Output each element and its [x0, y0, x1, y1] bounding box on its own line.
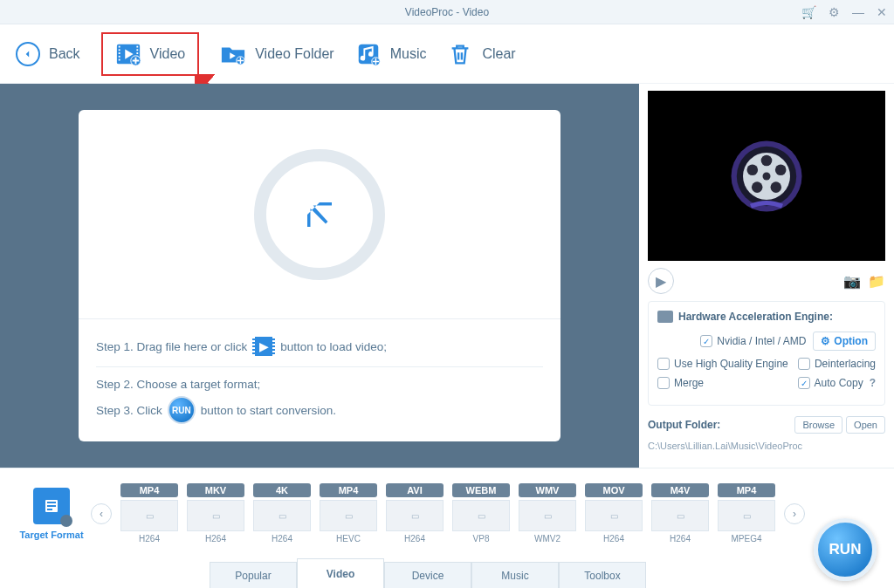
format-thumb: ▭ [320, 500, 377, 531]
format-thumb: ▭ [120, 500, 178, 531]
option-button[interactable]: ⚙Option [813, 332, 876, 351]
run-button[interactable]: RUN [814, 518, 877, 581]
preview-controls: ▶ 📷 📁 [648, 268, 885, 294]
format-badge: WMV [519, 483, 576, 497]
format-codec: HEVC [320, 534, 377, 544]
output-path: C:\Users\Lillian.Lai\Music\VideoProc [648, 441, 885, 451]
format-badge: MP4 [320, 483, 377, 497]
svg-rect-5 [118, 58, 120, 60]
target-format-button[interactable]: Target Format [12, 488, 91, 540]
close-icon[interactable]: ✕ [877, 5, 887, 19]
format-badge: MP4 [120, 483, 178, 497]
format-thumb: ▭ [452, 500, 510, 531]
deinterlacing-checkbox[interactable]: Deinterlacing [798, 358, 876, 370]
autocopy-checkbox[interactable]: Auto Copy? [798, 377, 876, 389]
back-arrow-icon [16, 42, 40, 66]
format-item[interactable]: WEBM▭VP8 [452, 483, 510, 544]
gear-badge-icon [60, 515, 72, 527]
nvidia-checkbox[interactable]: Nvidia / Intel / AMD [700, 335, 806, 347]
music-label: Music [390, 46, 427, 62]
svg-rect-4 [118, 55, 120, 57]
video-button[interactable]: Video [101, 32, 200, 76]
hq-engine-checkbox[interactable]: Use High Quality Engine [657, 358, 788, 370]
browse-button[interactable]: Browse [794, 416, 842, 434]
output-label: Output Folder: [648, 419, 720, 431]
hw-accel-panel: Hardware Acceleration Engine: Nvidia / I… [648, 301, 885, 406]
toolbar: Back Video Video Folder Music Clear [0, 24, 894, 84]
title-bar: VideoProc - Video 🛒 ⚙ — ✕ [0, 0, 894, 24]
drop-panel: Step 1. Drag file here or click ▶ button… [0, 84, 639, 468]
format-badge: MP4 [718, 483, 775, 497]
format-item[interactable]: M4V▭H264 [651, 483, 709, 544]
step-3: Step 3. Click RUN button to start conver… [96, 396, 543, 424]
svg-rect-27 [47, 505, 56, 507]
help-icon[interactable]: ? [870, 377, 876, 389]
output-folder-row: Output Folder: Browse Open [648, 416, 885, 434]
open-button[interactable]: Open [846, 416, 885, 434]
format-list: MP4▭H264MKV▭H2644K▭H264MP4▭HEVCAVI▭H264W… [120, 483, 775, 544]
folder-open-icon[interactable]: 📁 [868, 273, 885, 290]
film-plus-icon: ▶ [252, 337, 275, 356]
cart-icon[interactable]: 🛒 [801, 5, 816, 19]
steps-area: Step 1. Drag file here or click ▶ button… [79, 319, 560, 441]
music-button[interactable]: Music [355, 41, 427, 67]
formats-prev-button[interactable]: ‹ [91, 503, 112, 524]
format-badge: WEBM [452, 483, 510, 497]
format-codec: H264 [187, 534, 244, 544]
camera-icon[interactable]: 📷 [843, 273, 861, 290]
tab-device[interactable]: Device [384, 562, 471, 588]
back-button[interactable]: Back [16, 42, 80, 66]
target-format-icon [33, 488, 70, 524]
formats-row: Target Format ‹ MP4▭H264MKV▭H2644K▭H264M… [0, 468, 894, 558]
svg-point-22 [752, 181, 763, 193]
minimize-icon[interactable]: — [852, 5, 864, 19]
format-item[interactable]: AVI▭H264 [386, 483, 444, 544]
svg-point-19 [761, 154, 773, 166]
svg-rect-26 [47, 502, 56, 503]
format-item[interactable]: MP4▭MPEG4 [718, 483, 775, 544]
merge-checkbox[interactable]: Merge [657, 377, 704, 389]
clear-button[interactable]: Clear [447, 41, 515, 67]
format-item[interactable]: WMV▭WMV2 [519, 483, 576, 544]
play-button[interactable]: ▶ [648, 268, 674, 294]
format-codec: MPEG4 [718, 534, 775, 544]
tab-video[interactable]: Video [297, 558, 384, 588]
format-codec: H264 [120, 534, 178, 544]
format-item[interactable]: MKV▭H264 [187, 483, 244, 544]
video-folder-button[interactable]: Video Folder [220, 41, 334, 67]
video-preview [648, 91, 885, 261]
tab-music[interactable]: Music [471, 562, 559, 588]
format-badge: MKV [187, 483, 244, 497]
format-item[interactable]: 4K▭H264 [253, 483, 311, 544]
logo-icon [727, 137, 806, 215]
format-thumb: ▭ [718, 500, 775, 531]
svg-point-21 [771, 181, 782, 193]
clear-label: Clear [482, 46, 515, 62]
svg-rect-1 [118, 45, 120, 47]
format-thumb: ▭ [253, 500, 311, 531]
video-folder-label: Video Folder [255, 46, 334, 62]
svg-point-20 [775, 164, 787, 175]
drop-circle-icon [254, 149, 385, 280]
svg-rect-3 [118, 52, 120, 54]
format-codec: H264 [585, 534, 643, 544]
hw-title: Hardware Acceleration Engine: [657, 311, 876, 323]
format-codec: WMV2 [519, 534, 576, 544]
svg-rect-6 [136, 45, 138, 47]
svg-rect-2 [118, 49, 120, 51]
format-item[interactable]: MP4▭H264 [120, 483, 178, 544]
tab-popular[interactable]: Popular [210, 562, 297, 588]
format-item[interactable]: MOV▭H264 [585, 483, 643, 544]
svg-rect-7 [136, 49, 138, 51]
svg-rect-28 [47, 509, 52, 510]
gear-icon: ⚙ [821, 335, 830, 347]
gear-icon[interactable]: ⚙ [829, 5, 840, 19]
format-thumb: ▭ [386, 500, 444, 531]
format-item[interactable]: MP4▭HEVC [320, 483, 377, 544]
folder-icon [220, 41, 246, 67]
format-thumb: ▭ [187, 500, 244, 531]
formats-next-button[interactable]: › [784, 503, 805, 524]
drop-zone[interactable] [79, 110, 560, 319]
tab-toolbox[interactable]: Toolbox [559, 562, 646, 588]
tabs-row: PopularVideoDeviceMusicToolbox [0, 558, 894, 588]
